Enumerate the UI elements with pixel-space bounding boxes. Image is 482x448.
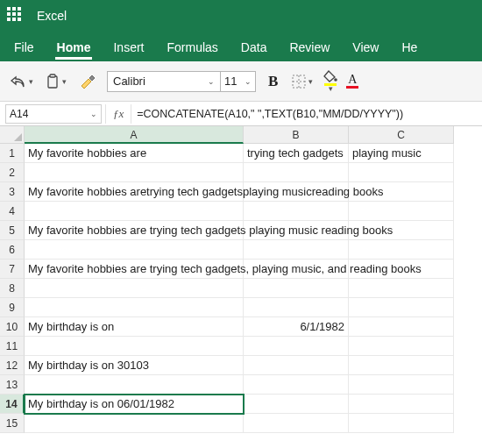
font-name-select[interactable]: Calibri ⌄ bbox=[107, 71, 221, 92]
row-header[interactable]: 1 bbox=[0, 144, 25, 163]
font-size-value: 11 bbox=[224, 75, 237, 88]
formula-bar: A14 ⌄ ƒx =CONCATENATE(A10," ",TEXT(B10,"… bbox=[0, 102, 482, 126]
row-header[interactable]: 11 bbox=[0, 337, 25, 356]
fx-icon[interactable]: ƒx bbox=[105, 104, 131, 124]
col-header-c[interactable]: C bbox=[349, 126, 454, 144]
row-header[interactable]: 12 bbox=[0, 356, 25, 375]
row-header[interactable]: 7 bbox=[0, 260, 25, 279]
undo-button[interactable]: ▾ bbox=[9, 73, 35, 90]
tab-home[interactable]: Home bbox=[55, 35, 93, 61]
cell-A5[interactable]: My favorite hobbies are trying tech gadg… bbox=[25, 221, 244, 240]
cell-C10[interactable] bbox=[349, 317, 454, 337]
cell-B15[interactable] bbox=[244, 414, 349, 433]
formula-input[interactable]: =CONCATENATE(A10," ",TEXT(B10,"MM/DD/YYY… bbox=[131, 104, 482, 124]
cell-C8[interactable] bbox=[349, 279, 454, 298]
font-color-icon: A bbox=[348, 75, 357, 85]
cell-A1[interactable]: My favorite hobbies are bbox=[25, 144, 244, 163]
chevron-down-icon: ▾ bbox=[29, 77, 33, 86]
row-header[interactable]: 6 bbox=[0, 240, 25, 260]
cell-C12[interactable] bbox=[349, 356, 454, 375]
font-selector: Calibri ⌄ 11 ⌄ bbox=[107, 71, 256, 92]
row-header[interactable]: 8 bbox=[0, 279, 25, 298]
tab-formulas[interactable]: Formulas bbox=[165, 35, 219, 61]
cell-B13[interactable] bbox=[244, 375, 349, 395]
format-painter-button[interactable] bbox=[77, 72, 98, 91]
name-box-value: A14 bbox=[10, 108, 28, 120]
font-size-select[interactable]: 11 ⌄ bbox=[221, 71, 256, 92]
cell-A2[interactable] bbox=[25, 163, 244, 182]
row-header[interactable]: 14 bbox=[0, 395, 25, 414]
cell-C6[interactable] bbox=[349, 240, 454, 260]
tab-insert[interactable]: Insert bbox=[111, 35, 145, 61]
chevron-down-icon: ⌄ bbox=[208, 77, 215, 86]
name-box[interactable]: A14 ⌄ bbox=[5, 104, 102, 124]
cell-A4[interactable] bbox=[25, 202, 244, 221]
row-header[interactable]: 9 bbox=[0, 298, 25, 317]
font-color-button[interactable]: A bbox=[346, 75, 358, 89]
clipboard-button[interactable]: ▾ bbox=[44, 72, 68, 91]
cell-C1[interactable]: playing music bbox=[349, 144, 454, 163]
cell-B9[interactable] bbox=[244, 298, 349, 317]
cell-C4[interactable] bbox=[349, 202, 454, 221]
cell-A13[interactable] bbox=[25, 375, 244, 395]
row-header[interactable]: 13 bbox=[0, 375, 25, 395]
col-header-a[interactable]: A bbox=[25, 126, 244, 144]
cell-B6[interactable] bbox=[244, 240, 349, 260]
cell-B11[interactable] bbox=[244, 337, 349, 356]
cell-A10[interactable]: My birthday is on bbox=[25, 317, 244, 337]
cell-A12[interactable]: My birthday is on 30103 bbox=[25, 356, 244, 375]
cell-C9[interactable] bbox=[349, 298, 454, 317]
row-header[interactable]: 15 bbox=[0, 414, 25, 433]
cell-A14[interactable]: My birthday is on 06/01/1982 bbox=[25, 395, 244, 414]
cell-A7[interactable]: My favorite hobbies are trying tech gadg… bbox=[25, 260, 244, 279]
chevron-down-icon: ▾ bbox=[308, 77, 313, 86]
svg-rect-1 bbox=[50, 75, 55, 77]
fill-color-button[interactable]: ▾ bbox=[323, 70, 337, 93]
row-header[interactable]: 10 bbox=[0, 317, 25, 337]
chevron-down-icon: ⌄ bbox=[245, 77, 252, 86]
cell-C15[interactable] bbox=[349, 414, 454, 433]
cell-B1[interactable]: trying tech gadgets bbox=[244, 144, 349, 163]
app-launcher-icon[interactable] bbox=[7, 7, 25, 25]
cell-B14[interactable] bbox=[244, 395, 349, 414]
cell-A6[interactable] bbox=[25, 240, 244, 260]
spreadsheet-grid: A B C bbox=[0, 126, 482, 144]
cell-A9[interactable] bbox=[25, 298, 244, 317]
paint-bucket-icon bbox=[323, 70, 337, 82]
bold-button[interactable]: B bbox=[265, 73, 281, 90]
cell-A15[interactable] bbox=[25, 414, 244, 433]
cell-A3[interactable]: My favorite hobbies aretrying tech gadge… bbox=[25, 182, 244, 202]
cell-A8[interactable] bbox=[25, 279, 244, 298]
row-header[interactable]: 2 bbox=[0, 163, 25, 182]
toolbar: ▾ ▾ Calibri ⌄ 11 ⌄ B ▾ ▾ A bbox=[0, 61, 482, 102]
cell-B10[interactable]: 6/1/1982 bbox=[244, 317, 349, 337]
tab-file[interactable]: File bbox=[12, 35, 36, 61]
tab-view[interactable]: View bbox=[351, 35, 380, 61]
borders-button[interactable]: ▾ bbox=[290, 73, 315, 90]
cell-C13[interactable] bbox=[349, 375, 454, 395]
tab-review[interactable]: Review bbox=[287, 35, 331, 61]
app-title: Excel bbox=[37, 9, 67, 23]
ribbon-tabs: File Home Insert Formulas Data Review Vi… bbox=[0, 32, 482, 61]
title-bar: Excel bbox=[0, 0, 482, 32]
cell-C14[interactable] bbox=[349, 395, 454, 414]
chevron-down-icon: ▾ bbox=[329, 84, 333, 93]
row-header[interactable]: 4 bbox=[0, 202, 25, 221]
cell-A11[interactable] bbox=[25, 337, 244, 356]
cell-B12[interactable] bbox=[244, 356, 349, 375]
col-header-b[interactable]: B bbox=[244, 126, 349, 144]
chevron-down-icon: ⌄ bbox=[90, 110, 97, 118]
tab-help[interactable]: He bbox=[400, 35, 419, 61]
cell-C2[interactable] bbox=[349, 163, 454, 182]
cell-C11[interactable] bbox=[349, 337, 454, 356]
font-name-value: Calibri bbox=[113, 75, 145, 88]
cell-B8[interactable] bbox=[244, 279, 349, 298]
tab-data[interactable]: Data bbox=[239, 35, 269, 61]
svg-rect-2 bbox=[293, 75, 305, 88]
cell-B2[interactable] bbox=[244, 163, 349, 182]
cell-B4[interactable] bbox=[244, 202, 349, 221]
svg-point-5 bbox=[335, 78, 338, 82]
select-all-corner[interactable] bbox=[0, 126, 25, 144]
row-header[interactable]: 5 bbox=[0, 221, 25, 240]
row-header[interactable]: 3 bbox=[0, 182, 25, 202]
